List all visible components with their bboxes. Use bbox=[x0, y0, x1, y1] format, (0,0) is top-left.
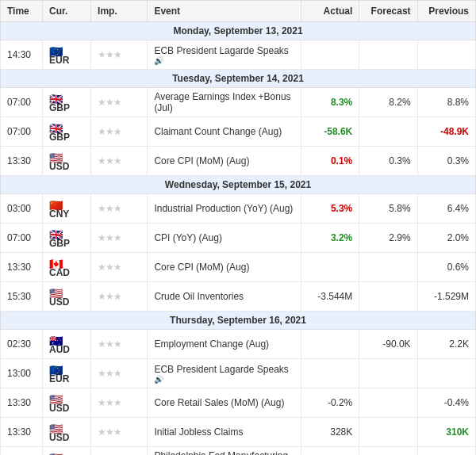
previous-cell: -48.9K bbox=[417, 117, 475, 147]
currency-cell: 🇨🇦CAD bbox=[42, 253, 90, 282]
forecast-cell: 5.8% bbox=[359, 194, 417, 224]
event-cell: Claimant Count Change (Aug) bbox=[148, 117, 301, 147]
table-row: 15:30🇺🇸USD★★★Crude Oil Inventories-3.544… bbox=[1, 282, 476, 312]
event-cell: Core CPI (MoM) (Aug) bbox=[148, 253, 301, 282]
actual-cell: 19.0 bbox=[301, 447, 359, 456]
table-row: 07:00🇬🇧GBP★★★Average Earnings Index +Bon… bbox=[1, 88, 476, 117]
header-imp: Imp. bbox=[91, 1, 148, 22]
time-cell: 03:00 bbox=[1, 194, 43, 224]
flag-icon: 🇦🇺 bbox=[49, 335, 63, 344]
event-cell: Core Retail Sales (MoM) (Aug) bbox=[148, 388, 301, 418]
previous-cell: 2.2K bbox=[417, 330, 475, 359]
previous-cell bbox=[417, 359, 475, 388]
importance-cell: ★★★ bbox=[91, 418, 148, 447]
flag-icon: 🇨🇳 bbox=[49, 199, 63, 208]
event-cell: CPI (YoY) (Aug) bbox=[148, 224, 301, 253]
importance-cell: ★★★ bbox=[91, 359, 148, 388]
time-cell: 13:30 bbox=[1, 447, 43, 456]
event-cell: Philadelphia Fed Manufacturing Index (Se… bbox=[148, 447, 301, 456]
table-row: 07:00🇬🇧GBP★★★CPI (YoY) (Aug)3.2%2.9%2.0% bbox=[1, 224, 476, 253]
currency-code: EUR bbox=[49, 55, 69, 66]
forecast-cell bbox=[359, 359, 417, 388]
currency-cell: 🇺🇸USD bbox=[42, 282, 90, 312]
actual-cell bbox=[301, 40, 359, 70]
time-cell: 07:00 bbox=[1, 117, 43, 147]
currency-code: CAD bbox=[49, 267, 70, 278]
section-label: Tuesday, September 14, 2021 bbox=[1, 70, 476, 88]
actual-cell bbox=[301, 359, 359, 388]
actual-cell: 8.3% bbox=[301, 88, 359, 117]
importance-cell: ★★★ bbox=[91, 253, 148, 282]
importance-stars: ★★★ bbox=[98, 232, 121, 243]
currency-cell: 🇺🇸USD bbox=[42, 388, 90, 418]
previous-cell bbox=[417, 40, 475, 70]
currency-cell: 🇺🇸USD bbox=[42, 418, 90, 447]
forecast-cell bbox=[359, 282, 417, 312]
currency-cell: 🇪🇺EUR bbox=[42, 359, 90, 388]
time-cell: 13:30 bbox=[1, 253, 43, 282]
currency-code: USD bbox=[49, 432, 69, 443]
currency-cell: 🇬🇧GBP bbox=[42, 117, 90, 147]
importance-stars: ★★★ bbox=[98, 291, 121, 302]
importance-stars: ★★★ bbox=[98, 397, 121, 408]
importance-stars: ★★★ bbox=[98, 49, 121, 60]
flag-icon: 🇬🇧 bbox=[49, 93, 63, 102]
actual-cell: 328K bbox=[301, 418, 359, 447]
time-cell: 07:00 bbox=[1, 224, 43, 253]
event-cell: Employment Change (Aug) bbox=[148, 330, 301, 359]
flag-icon: 🇺🇸 bbox=[49, 393, 63, 403]
importance-cell: ★★★ bbox=[91, 388, 148, 418]
speaker-icon: 🔊 bbox=[154, 375, 294, 384]
time-cell: 15:30 bbox=[1, 282, 43, 312]
actual-cell: 5.3% bbox=[301, 194, 359, 224]
table-row: 13:30🇨🇦CAD★★★Core CPI (MoM) (Aug)0.6% bbox=[1, 253, 476, 282]
currency-code: GBP bbox=[49, 102, 70, 113]
importance-cell: ★★★ bbox=[91, 194, 148, 224]
time-cell: 14:30 bbox=[1, 40, 43, 70]
previous-cell: 0.3% bbox=[417, 147, 475, 176]
flag-icon: 🇬🇧 bbox=[49, 122, 63, 132]
forecast-cell: 2.9% bbox=[359, 224, 417, 253]
currency-cell: 🇺🇸USD bbox=[42, 147, 90, 176]
importance-stars: ★★★ bbox=[98, 203, 121, 214]
forecast-cell bbox=[359, 117, 417, 147]
header-event: Event bbox=[148, 1, 301, 22]
importance-cell: ★★★ bbox=[91, 40, 148, 70]
importance-cell: ★★★ bbox=[91, 224, 148, 253]
event-cell: Average Earnings Index +Bonus (Jul) bbox=[148, 88, 301, 117]
currency-cell: 🇦🇺AUD bbox=[42, 330, 90, 359]
currency-code: USD bbox=[49, 296, 69, 308]
header-cur: Cur. bbox=[42, 1, 90, 22]
section-header-row: Monday, September 13, 2021 bbox=[1, 22, 476, 40]
previous-cell: 6.4% bbox=[417, 194, 475, 224]
forecast-cell bbox=[359, 40, 417, 70]
importance-cell: ★★★ bbox=[91, 330, 148, 359]
table-row: 13:00🇪🇺EUR★★★ECB President Lagarde Speak… bbox=[1, 359, 476, 388]
previous-cell: -1.529M bbox=[417, 282, 475, 312]
table-row: 02:30🇦🇺AUD★★★Employment Change (Aug)-90.… bbox=[1, 330, 476, 359]
time-cell: 02:30 bbox=[1, 330, 43, 359]
event-cell: Initial Jobless Claims bbox=[148, 418, 301, 447]
table-row: 14:30🇪🇺EUR★★★ECB President Lagarde Speak… bbox=[1, 40, 476, 70]
currency-cell: 🇪🇺EUR bbox=[42, 40, 90, 70]
time-cell: 13:30 bbox=[1, 147, 43, 176]
previous-cell: 19.4 bbox=[417, 447, 475, 456]
time-cell: 13:30 bbox=[1, 418, 43, 447]
flag-icon: 🇺🇸 bbox=[49, 452, 63, 455]
forecast-cell: 0.3% bbox=[359, 147, 417, 176]
event-cell: ECB President Lagarde Speaks🔊 bbox=[148, 359, 301, 388]
flag-icon: 🇨🇦 bbox=[49, 258, 63, 267]
header-previous: Previous bbox=[417, 1, 475, 22]
time-cell: 13:00 bbox=[1, 359, 43, 388]
event-cell: Industrial Production (YoY) (Aug) bbox=[148, 194, 301, 224]
importance-cell: ★★★ bbox=[91, 88, 148, 117]
importance-cell: ★★★ bbox=[91, 447, 148, 456]
forecast-cell bbox=[359, 447, 417, 456]
currency-cell: 🇬🇧GBP bbox=[42, 224, 90, 253]
actual-cell: 0.1% bbox=[301, 147, 359, 176]
previous-cell: 310K bbox=[417, 418, 475, 447]
importance-stars: ★★★ bbox=[98, 97, 121, 108]
forecast-cell bbox=[359, 388, 417, 418]
forecast-cell: 8.2% bbox=[359, 88, 417, 117]
currency-cell: 🇺🇸USD bbox=[42, 447, 90, 456]
